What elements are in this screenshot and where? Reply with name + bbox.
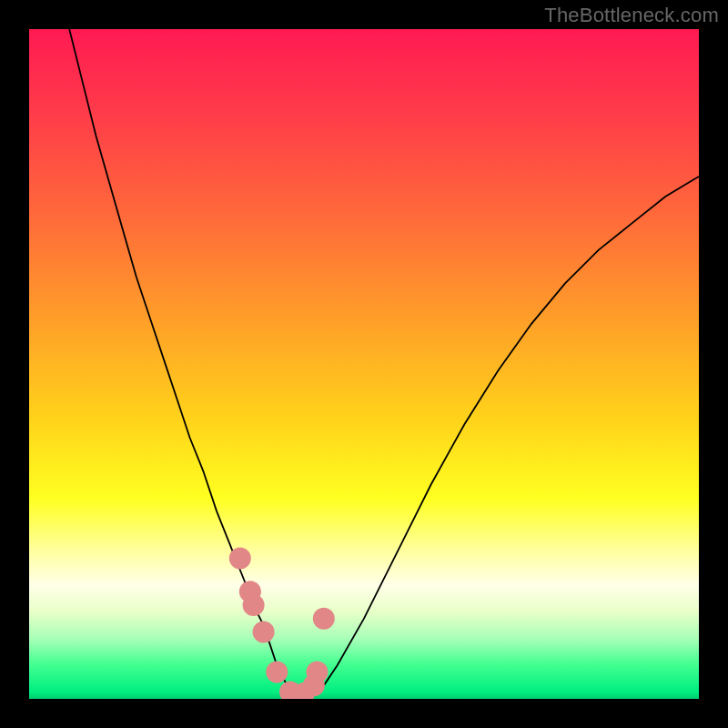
watermark-text: TheBottleneck.com — [544, 4, 719, 27]
highlight-marker — [229, 547, 251, 569]
plot-area — [29, 29, 699, 699]
chart-frame: TheBottleneck.com — [0, 0, 728, 728]
highlight-marker — [253, 621, 275, 642]
highlight-marker — [266, 662, 288, 683]
highlight-markers — [229, 547, 335, 699]
highlight-marker — [307, 662, 329, 683]
chart-svg — [29, 29, 699, 699]
highlight-marker — [243, 594, 265, 616]
highlight-marker — [313, 608, 335, 630]
bottleneck-curve — [69, 29, 699, 695]
curve-line — [69, 29, 699, 695]
